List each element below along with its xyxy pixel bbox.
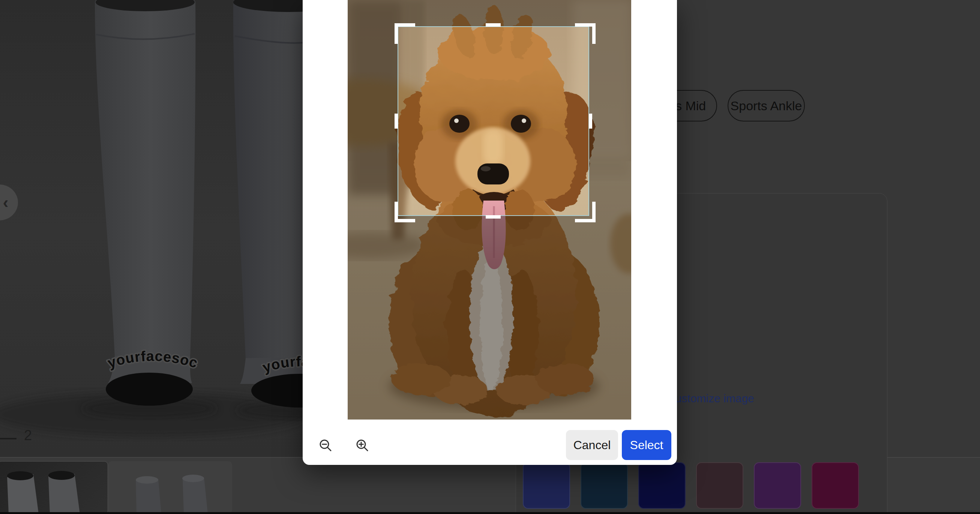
crop-handle-right[interactable] bbox=[589, 114, 592, 128]
color-swatch[interactable] bbox=[523, 462, 570, 509]
crop-dim-overlay bbox=[348, 0, 631, 26]
window-bottom-edge bbox=[0, 512, 980, 514]
crop-dim-overlay bbox=[348, 26, 398, 216]
crop-dim-overlay bbox=[348, 216, 631, 419]
magnifier-minus-icon bbox=[318, 438, 332, 452]
style-option-label: Sports Ankle bbox=[730, 98, 802, 113]
crop-image-dialog: Cancel Select bbox=[303, 0, 677, 465]
color-swatch[interactable] bbox=[754, 462, 801, 509]
color-swatch[interactable] bbox=[581, 462, 628, 509]
color-swatch[interactable] bbox=[811, 462, 859, 509]
zoom-out-button[interactable] bbox=[318, 438, 333, 453]
thumbnail-sock-graphic bbox=[0, 462, 108, 514]
product-photo-socks: yourfacesocks yourfacesocks bbox=[0, 0, 315, 457]
color-swatch[interactable] bbox=[638, 462, 686, 509]
crop-handle-top-right[interactable] bbox=[575, 23, 596, 44]
zoom-in-button[interactable] bbox=[355, 438, 370, 453]
crop-handle-bottom[interactable] bbox=[486, 215, 501, 219]
style-option-sports-ankle[interactable]: Sports Ankle bbox=[728, 90, 805, 122]
crop-handle-top[interactable] bbox=[486, 23, 501, 27]
magnifier-plus-icon bbox=[355, 438, 369, 452]
pagination-dash bbox=[0, 438, 16, 439]
crop-handle-bottom-left[interactable] bbox=[395, 202, 415, 222]
crop-canvas[interactable] bbox=[348, 0, 631, 419]
select-button[interactable]: Select bbox=[622, 430, 671, 460]
thumbnail-sock-graphic bbox=[108, 461, 232, 514]
cancel-button[interactable]: Cancel bbox=[566, 430, 618, 460]
customize-image-link[interactable]: Customize image bbox=[667, 392, 754, 405]
crop-handle-left[interactable] bbox=[395, 114, 398, 128]
page: yourfacesocks yourfacesocks ‹ 2 bbox=[0, 0, 980, 514]
crop-selection-box[interactable] bbox=[398, 26, 589, 216]
crop-handle-top-left[interactable] bbox=[395, 23, 415, 44]
thumbnail-view-2[interactable] bbox=[108, 461, 232, 514]
color-swatch[interactable] bbox=[696, 462, 743, 509]
page-indicator: 2 bbox=[24, 427, 32, 444]
crop-handle-bottom-right[interactable] bbox=[575, 202, 596, 222]
crop-dim-overlay bbox=[589, 26, 631, 216]
chevron-left-icon: ‹ bbox=[3, 193, 9, 212]
color-swatch-row bbox=[523, 462, 859, 509]
thumbnail-view-1[interactable] bbox=[0, 461, 108, 514]
